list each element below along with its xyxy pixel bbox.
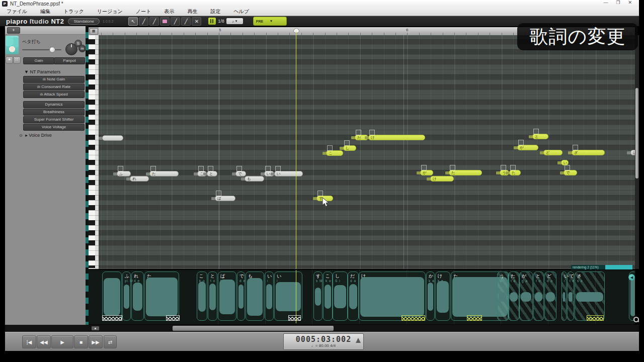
note-ざ[interactable]: ざ (572, 150, 605, 155)
wave-segment-ど[interactable]: どd o (544, 272, 556, 321)
maximize-button[interactable]: ❐ (616, 0, 620, 5)
playhead-flag[interactable] (293, 28, 299, 33)
quantize-icon[interactable] (208, 18, 216, 25)
wave-segment-い[interactable]: いi (265, 272, 274, 321)
note-が[interactable]: が (420, 170, 433, 175)
note-velocity-tab[interactable] (445, 171, 449, 174)
lyric-pen-tool[interactable]: ╱ (171, 17, 180, 26)
eraser-tool[interactable] (160, 17, 170, 26)
note-velocity-tab[interactable] (568, 151, 572, 154)
note-velocity-tab[interactable] (313, 197, 317, 200)
note-velocity-tab[interactable] (506, 171, 510, 174)
note-velocity-tab[interactable] (261, 172, 265, 175)
note-で[interactable]: で (235, 171, 246, 176)
note-velocity-tab[interactable] (232, 172, 236, 175)
goto-start-button[interactable]: |◀ (22, 335, 36, 348)
note-handle[interactable] (198, 166, 204, 171)
wave-segment-ふ[interactable]: ふp\ M (122, 272, 131, 321)
play-button[interactable]: ▶ (51, 335, 73, 348)
vibrato-marker[interactable] (467, 315, 482, 321)
menu-item-2[interactable]: トラック (57, 8, 91, 15)
rewind-button[interactable]: ◀◀ (37, 335, 51, 348)
wave-segment-さ[interactable]: さs a (575, 272, 605, 321)
vertical-scrollbar[interactable] (635, 35, 639, 269)
sparkle-icon[interactable]: ✦ (6, 56, 13, 64)
note-い[interactable]: い (274, 171, 303, 176)
wave-segment-し[interactable]: しS i (333, 272, 348, 321)
line-tool[interactable]: ╱ (149, 17, 159, 26)
effect-button-0[interactable]: Dynamics (23, 101, 85, 108)
note-velocity-tab[interactable] (323, 152, 327, 155)
volume-slider-knob[interactable] (49, 47, 55, 53)
wave-segment-い[interactable]: いi (274, 272, 302, 321)
note-handle[interactable] (208, 166, 213, 171)
note-と[interactable]: と (532, 134, 548, 139)
wave-segment-い[interactable]: いi (561, 272, 567, 321)
note-け[interactable]: け (430, 176, 454, 182)
note-velocity-tab[interactable] (271, 172, 275, 175)
vibrato-marker[interactable] (288, 315, 301, 321)
note-velocity-tab[interactable] (365, 136, 369, 139)
menu-item-3[interactable]: リージョン (91, 8, 129, 15)
note-handle[interactable] (573, 145, 578, 150)
note-handle[interactable] (236, 166, 242, 171)
select-tool[interactable]: ↖ (128, 17, 138, 26)
forward-button[interactable]: ▶▶ (89, 335, 103, 348)
wave-segment-す[interactable]: すs M (313, 272, 323, 321)
wave-segment-れ[interactable]: れ4 e (131, 272, 144, 321)
nt-parameter-button-0[interactable]: ılı Note Gain (23, 76, 85, 83)
note-し[interactable]: し (343, 145, 356, 151)
wave-segment-だ[interactable]: だd a (348, 272, 359, 321)
note-length-dropdown[interactable]: ♪ ▾ (226, 18, 243, 24)
wave-segment-が[interactable]: がg a (519, 272, 533, 321)
metronome-icon[interactable] (356, 338, 361, 343)
note-handle[interactable] (501, 165, 506, 170)
note-velocity-tab[interactable] (627, 151, 631, 154)
mute-button[interactable]: m (78, 45, 86, 52)
note-handle[interactable] (265, 166, 271, 171)
note-れ[interactable]: れ (130, 176, 149, 182)
wave-segment-た[interactable]: たt a (144, 272, 179, 321)
minimize-button[interactable]: — (603, 0, 608, 5)
note-velocity-tab[interactable] (146, 172, 150, 175)
menu-item-6[interactable]: 再生 (181, 8, 204, 15)
wave-segment-か[interactable]: かk a (426, 272, 435, 321)
note-ふ[interactable]: ふ (117, 171, 131, 176)
delete-tool[interactable]: ✕ (192, 17, 201, 26)
volume-slider[interactable] (22, 49, 61, 50)
wave-segment-と[interactable]: とt o (533, 272, 544, 321)
vibrato-marker[interactable] (401, 315, 425, 321)
note-handle[interactable] (518, 140, 524, 145)
wave-segment-て[interactable]: てt e (567, 272, 574, 321)
horizontal-scrollbar[interactable] (5, 325, 639, 332)
note-も[interactable]: も (245, 176, 264, 182)
note-た[interactable]: た (449, 170, 482, 175)
note-で[interactable]: で (564, 170, 577, 175)
note-handle[interactable] (369, 130, 375, 135)
note-velocity-tab[interactable] (557, 161, 561, 164)
wave-segment-も[interactable]: もm o (246, 272, 264, 321)
glue-tool[interactable]: ╱ (181, 17, 191, 26)
note-handle[interactable] (356, 130, 361, 135)
menu-item-0[interactable]: ファイル (0, 8, 34, 15)
wave-segment-と[interactable]: とt o (208, 272, 217, 321)
singer-avatar[interactable] (6, 36, 19, 54)
effect-button-1[interactable]: Breathiness (23, 109, 85, 116)
pencil-tool[interactable]: ╱ (139, 17, 148, 26)
horizontal-scrollbar-button[interactable] (92, 326, 99, 330)
menu-item-7[interactable]: 設定 (204, 8, 227, 15)
note-こ[interactable]: こ (326, 150, 343, 156)
note-handle[interactable] (275, 166, 281, 171)
note-velocity-tab[interactable] (99, 137, 103, 140)
vertical-scrollbar-thumb[interactable] (635, 88, 638, 178)
note-handle[interactable] (118, 166, 123, 171)
nt-parameter-button-2[interactable]: ılı Attack Speed (23, 91, 85, 98)
horizontal-scrollbar-thumb[interactable] (173, 326, 334, 331)
note-velocity-tab[interactable] (529, 135, 533, 138)
note-handle[interactable] (317, 191, 323, 196)
note-velocity-tab[interactable] (113, 172, 117, 175)
wave-segment-け[interactable]: けk e (359, 272, 426, 321)
wave-segment-こ[interactable]: こk o (197, 272, 207, 321)
voice-drive-row[interactable]: ⊙ ▸ Voice Drive (19, 133, 52, 138)
menu-item-5[interactable]: 表示 (157, 8, 181, 15)
